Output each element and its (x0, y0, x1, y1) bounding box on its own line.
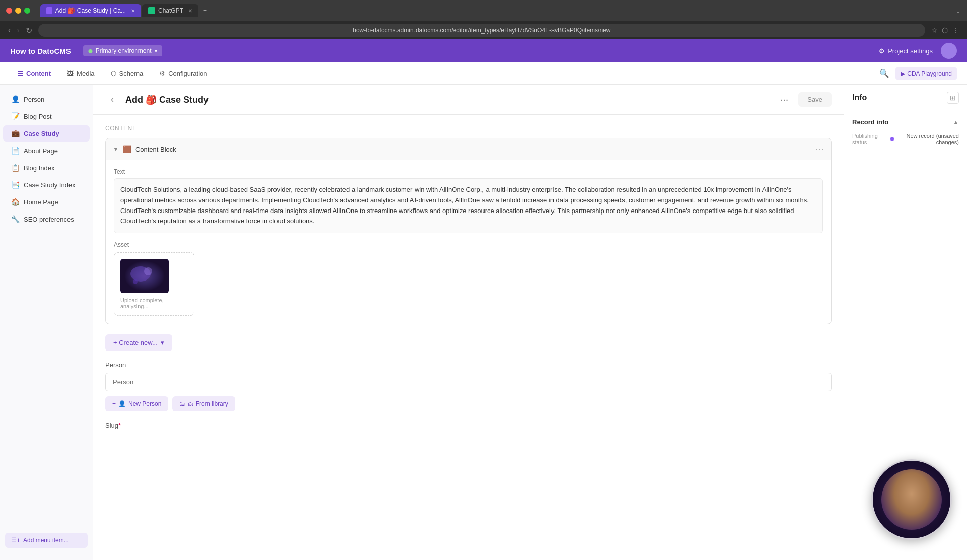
block-toggle-btn[interactable]: ▼ (113, 146, 119, 153)
sidebar-item-about-page-label: About Page (24, 147, 58, 155)
subnav-media[interactable]: 🖼 Media (60, 65, 101, 81)
content-section-label: Content (105, 125, 832, 132)
media-icon: 🖼 (67, 69, 74, 77)
asset-thumbnail (120, 259, 169, 293)
record-info-section: Record info ▲ Publishing status New reco… (844, 111, 967, 152)
sub-nav: ☰ Content 🖼 Media ⬡ Schema ⚙ Configurati… (0, 62, 967, 85)
nav-reload-btn[interactable]: ↻ (26, 26, 32, 35)
browser-tabs: Add 🎒 Case Study | Ca... ✕ ChatGPT ✕ + (40, 4, 951, 17)
create-new-label: + Create new... (113, 339, 158, 346)
dato-tab-close[interactable]: ✕ (131, 8, 135, 14)
publishing-status-text: New record (unsaved changes) (896, 133, 959, 145)
new-person-plus-icon: + (112, 400, 116, 407)
tab-chatgpt[interactable]: ChatGPT ✕ (142, 4, 198, 17)
sidebar-item-case-study[interactable]: 💼 Case Study (3, 125, 90, 142)
env-label: Primary environment (96, 47, 152, 54)
content-block-header: ▼ 🟫 Content Block ⋯ (106, 138, 831, 160)
sidebar-item-case-study-label: Case Study (24, 130, 59, 137)
maximize-dot[interactable] (24, 8, 30, 14)
env-badge[interactable]: ⬤ Primary environment ▾ (83, 45, 162, 56)
url-input[interactable] (38, 24, 925, 37)
content-area: ‹ Add 🎒 Case Study ··· Save Content ▼ 🟫 … (93, 85, 844, 560)
user-avatar[interactable] (941, 43, 957, 59)
publishing-status-val: New record (unsaved changes) (890, 133, 959, 145)
cda-label: CDA Playground (907, 70, 952, 77)
configuration-icon: ⚙ (159, 69, 165, 77)
nav-forward-btn[interactable]: › (17, 26, 19, 35)
text-field-label: Text (114, 168, 823, 175)
asset-field-label: Asset (114, 241, 823, 248)
add-menu-item-btn[interactable]: ☰+ Add menu item... (5, 533, 88, 548)
env-dropdown-icon: ▾ (155, 48, 157, 54)
chatgpt-tab-label: ChatGPT (158, 7, 183, 14)
subnav-configuration[interactable]: ⚙ Configuration (152, 65, 214, 81)
menu-icon[interactable]: ⋮ (952, 26, 959, 34)
browser-more-icon[interactable]: ⌄ (955, 7, 961, 15)
more-options-btn[interactable]: ··· (776, 92, 793, 107)
env-icon: ⬤ (88, 49, 93, 53)
sidebar-item-blog-index[interactable]: 📋 Blog Index (3, 160, 90, 176)
gear-icon: ⚙ (879, 47, 885, 55)
block-icon: 🟫 (123, 145, 131, 153)
add-menu-icon: ☰+ (11, 537, 20, 544)
nav-back-btn[interactable]: ‹ (8, 26, 11, 35)
bookmark-icon[interactable]: ☆ (931, 26, 938, 34)
back-btn[interactable]: ‹ (105, 93, 119, 107)
sidebar-item-home-page[interactable]: 🏠 Home Page (3, 194, 90, 210)
search-icon[interactable]: 🔍 (879, 68, 889, 78)
main-content-body: Content ▼ 🟫 Content Block ⋯ Text CloudTe… (93, 115, 844, 560)
minimize-dot[interactable] (15, 8, 21, 14)
block-more-btn[interactable]: ⋯ (815, 144, 824, 155)
asset-upload-status: Upload complete, analysing... (120, 297, 188, 309)
collapse-record-info-btn[interactable]: ▲ (953, 119, 959, 126)
new-tab-btn[interactable]: + (199, 4, 211, 17)
save-btn[interactable]: Save (798, 92, 832, 107)
project-settings-label: Project settings (888, 47, 933, 55)
from-library-btn[interactable]: 🗂 🗂 From library (172, 396, 235, 411)
browser-dots (6, 8, 30, 14)
page-title: Add 🎒 Case Study (125, 94, 770, 105)
sidebar-item-about-page[interactable]: 📄 About Page (3, 143, 90, 159)
sidebar-item-person[interactable]: 👤 Person (3, 91, 90, 107)
subnav-schema[interactable]: ⬡ Schema (104, 65, 151, 81)
webcam-person (881, 469, 942, 530)
project-settings-btn[interactable]: ⚙ Project settings (879, 47, 933, 55)
new-person-btn[interactable]: + 👤 New Person (105, 396, 168, 411)
browser-chrome: Add 🎒 Case Study | Ca... ✕ ChatGPT ✕ + ⌄ (0, 0, 967, 21)
record-info-label: Record info (852, 118, 888, 126)
create-new-btn[interactable]: + Create new... ▾ (105, 334, 172, 351)
library-icon: 🗂 (179, 400, 185, 407)
block-title: Content Block (135, 146, 811, 153)
dato-favicon (46, 7, 52, 14)
right-panel-header: Info ⊞ (844, 85, 967, 111)
blog-index-icon: 📋 (11, 164, 20, 172)
webcam-overlay (871, 459, 952, 540)
status-dot (890, 137, 894, 141)
svg-point-3 (144, 267, 152, 275)
sidebar-item-case-study-index[interactable]: 📑 Case Study Index (3, 177, 90, 193)
person-input[interactable] (105, 373, 832, 391)
sidebar-item-seo-preferences[interactable]: 🔧 SEO preferences (3, 211, 90, 227)
asset-box[interactable]: Upload complete, analysing... (114, 252, 194, 316)
case-study-icon: 💼 (11, 129, 20, 137)
asset-section: Asset (114, 241, 823, 316)
person-icon: 👤 (11, 95, 20, 103)
person-actions: + 👤 New Person 🗂 🗂 From library (105, 396, 832, 411)
app-header: How to DatoCMS ⬤ Primary environment ▾ ⚙… (0, 39, 967, 62)
expand-panel-btn[interactable]: ⊞ (947, 92, 959, 104)
subnav-media-label: Media (77, 69, 94, 77)
chatgpt-favicon (148, 7, 155, 14)
chatgpt-tab-close[interactable]: ✕ (188, 8, 192, 14)
sidebar-item-home-page-label: Home Page (24, 198, 58, 206)
url-icons: ☆ ⬡ ⋮ (931, 26, 959, 34)
close-dot[interactable] (6, 8, 12, 14)
extensions-icon[interactable]: ⬡ (942, 26, 948, 34)
person-section: Person + 👤 New Person 🗂 🗂 From library (105, 361, 832, 411)
subnav-content[interactable]: ☰ Content (10, 65, 58, 81)
tab-dato[interactable]: Add 🎒 Case Study | Ca... ✕ (40, 4, 141, 17)
subnav-schema-label: Schema (119, 69, 144, 77)
sidebar-item-blog-post[interactable]: 📝 Blog Post (3, 108, 90, 124)
new-person-label: New Person (128, 400, 161, 407)
text-content[interactable]: CloudTech Solutions, a leading cloud-bas… (114, 178, 823, 233)
cda-playground-btn[interactable]: ▶ CDA Playground (895, 67, 957, 80)
